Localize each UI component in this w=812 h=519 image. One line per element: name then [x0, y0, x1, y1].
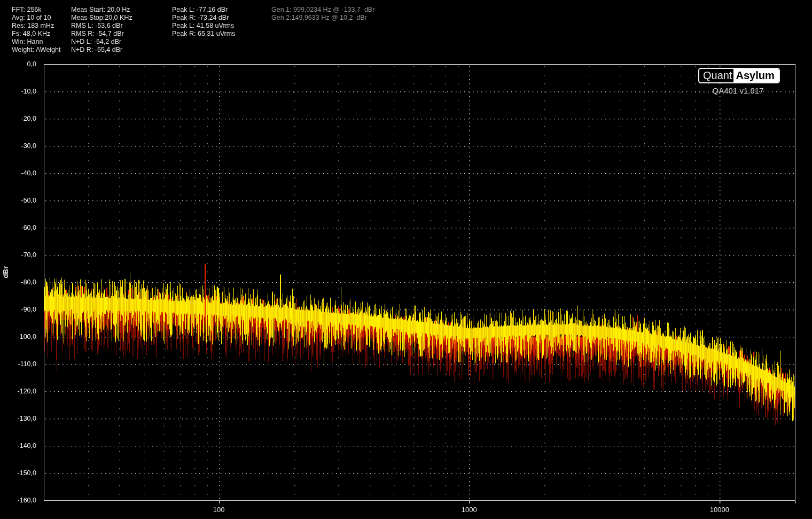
y-tick-label: -110,0	[0, 360, 36, 368]
y-tick-label: -10,0	[0, 87, 36, 96]
measurement-results-column: Meas Start: 20,0 Hz Meas Stop:20,0 KHz R…	[71, 6, 132, 54]
readout-line: Win: Hann	[12, 38, 61, 46]
logo-text-quant: Quant	[699, 69, 733, 82]
y-tick-label: -80,0	[0, 278, 36, 286]
x-tick-label: 100	[198, 506, 240, 514]
readout-line: Peak R: -73,24 dBr	[172, 14, 235, 22]
y-tick-label: -90,0	[0, 305, 36, 314]
readout-line: Meas Stop:20,0 KHz	[71, 14, 132, 22]
readout-line: Avg: 10 of 10	[12, 14, 61, 22]
y-tick-label: -20,0	[0, 114, 36, 123]
y-tick-label: 0,0	[0, 60, 36, 68]
readout-line: RMS R: -54,7 dBr	[71, 30, 132, 38]
readout-line: FFT: 256k	[12, 6, 61, 14]
y-tick-label: -60,0	[0, 223, 36, 232]
y-tick-label: -30,0	[0, 142, 36, 150]
readout-line: RMS L: -53,6 dBr	[71, 22, 132, 30]
readout-line: Fs: 48,0 KHz	[12, 30, 61, 38]
readout-line: Gen 1: 999,0234 Hz @ -133,7 dBr	[271, 6, 374, 14]
logo-text-asylum: Asylum	[733, 69, 778, 82]
readout-line: Res: 183 mHz	[12, 22, 61, 30]
readout-line: N+D L: -54,2 dBr	[71, 38, 132, 46]
generator-settings-column: Gen 1: 999,0234 Hz @ -133,7 dBr Gen 2:14…	[271, 6, 374, 22]
qa401-analyzer-screen: { "app": { "logo_left": "Quant", "logo_r…	[0, 0, 812, 519]
y-tick-label: -70,0	[0, 251, 36, 259]
spectrum-plot-canvas[interactable]	[0, 0, 812, 519]
readout-line: N+D R: -55,4 dBr	[71, 46, 132, 54]
readout-line: Peak L: -77,16 dBr	[172, 6, 235, 14]
y-tick-label: -150,0	[0, 469, 36, 477]
y-axis-unit-label: dBr	[2, 266, 10, 278]
readout-line: Gen 2:149,9633 Hz @ 10,2 dBr	[271, 14, 374, 22]
acquisition-settings-column: FFT: 256k Avg: 10 of 10 Res: 183 mHz Fs:…	[12, 6, 61, 54]
peak-readouts-column: Peak L: -77,16 dBr Peak R: -73,24 dBr Pe…	[172, 6, 235, 38]
x-tick-label: 1000	[448, 506, 490, 514]
readout-line: Meas Start: 20,0 Hz	[71, 6, 132, 14]
y-tick-label: -140,0	[0, 441, 36, 450]
y-tick-label: -130,0	[0, 414, 36, 423]
y-tick-label: -100,0	[0, 332, 36, 341]
version-label: QA401 v1.917	[697, 86, 779, 95]
y-tick-label: -160,0	[0, 496, 36, 505]
y-tick-label: -120,0	[0, 387, 36, 396]
y-tick-label: -50,0	[0, 196, 36, 205]
readout-line: Peak R: 65,31 uVrms	[172, 30, 235, 38]
readout-line: Weight: AWeight	[12, 46, 61, 54]
quantasylum-logo: QuantAsylum	[698, 68, 780, 83]
readout-line: Peak L: 41,58 uVrms	[172, 22, 235, 30]
y-tick-label: -40,0	[0, 169, 36, 177]
x-tick-label: 10000	[698, 506, 741, 514]
